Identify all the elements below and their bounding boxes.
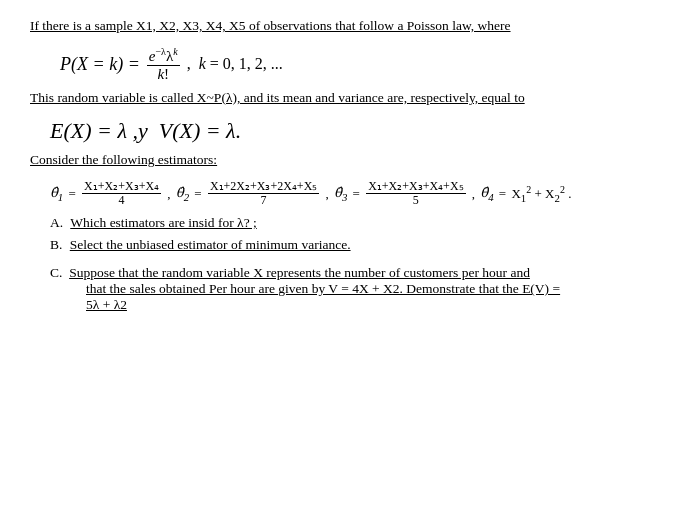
- question-c-line1: Suppose that the random variable X repre…: [69, 265, 530, 280]
- question-c-line2: that the sales obtained Per hour are giv…: [86, 281, 560, 296]
- ev-formula-section: E(X) = λ ,y V(X) = λ.: [50, 118, 670, 144]
- consider-text: Consider the following estimators:: [30, 152, 670, 168]
- poisson-rhs: , k = 0, 1, 2, ...: [187, 55, 283, 73]
- theta3-eq: =: [349, 186, 363, 202]
- poisson-denominator: k!: [155, 66, 171, 83]
- theta2-eq: =: [191, 186, 205, 202]
- question-b: B. Select the unbiased estimator of mini…: [50, 237, 670, 253]
- theta1-comma: ,: [164, 186, 174, 202]
- ev-formula-text: E(X) = λ ,y V(X) = λ.: [50, 118, 241, 144]
- theta4-eq: =: [496, 186, 510, 202]
- question-b-text: Select the unbiased estimator of minimum…: [70, 237, 351, 252]
- questions-section: A. Which estimators are insid for λ? ; B…: [30, 215, 670, 253]
- question-b-label: B.: [50, 237, 62, 252]
- theta3-label: θ̂3: [334, 185, 347, 203]
- question-c-label: C.: [50, 265, 66, 280]
- header-text: If there is a sample X1, X2, X3, X4, X5 …: [30, 18, 670, 34]
- question-c-continuation: that the sales obtained Per hour are giv…: [86, 281, 670, 313]
- theta4-label: θ̂4: [480, 185, 493, 203]
- question-c-line3: 5λ + λ2: [86, 297, 127, 312]
- theta2-label: θ̂2: [176, 185, 189, 203]
- consider-section: Consider the following estimators:: [30, 152, 670, 168]
- theta2-fraction: X₁+2X₂+X₃+2X₄+X₅ 7: [208, 180, 319, 207]
- theta1-label: θ̂1: [50, 185, 63, 203]
- theta1-fraction: X₁+X₂+X₃+X₄ 4: [82, 180, 161, 207]
- question-c-section: C. Suppose that the random variable X re…: [50, 265, 670, 313]
- question-a-text: Which estimators are insid for λ? ;: [70, 215, 257, 230]
- question-list: A. Which estimators are insid for λ? ; B…: [50, 215, 670, 253]
- poisson-numerator: e−λλk: [147, 46, 180, 66]
- poisson-fraction: e−λλk k!: [146, 46, 181, 82]
- theta4-value: X12 + X22 .: [511, 184, 571, 204]
- theta3-comma: ,: [469, 186, 479, 202]
- theta1-eq: =: [65, 186, 79, 202]
- theta3-num: X₁+X₂+X₃+X₄+X₅: [366, 180, 465, 194]
- theta1-num: X₁+X₂+X₃+X₄: [82, 180, 161, 194]
- theta3-fraction: X₁+X₂+X₃+X₄+X₅ 5: [366, 180, 465, 207]
- theta2-den: 7: [259, 194, 269, 207]
- random-var-section: This random variable is called X~P(λ), a…: [30, 90, 670, 106]
- question-a-label: A.: [50, 215, 63, 230]
- header-section: If there is a sample X1, X2, X3, X4, X5 …: [30, 18, 670, 34]
- theta3-den: 5: [411, 194, 421, 207]
- poisson-lhs: P(X = k) =: [60, 54, 140, 75]
- theta1-den: 4: [117, 194, 127, 207]
- poisson-formula-section: P(X = k) = e−λλk k! , k = 0, 1, 2, ...: [60, 46, 670, 82]
- question-a: A. Which estimators are insid for λ? ;: [50, 215, 670, 231]
- random-var-text: This random variable is called X~P(λ), a…: [30, 90, 670, 106]
- estimators-section: θ̂1 = X₁+X₂+X₃+X₄ 4 , θ̂2 = X₁+2X₂+X₃+2X…: [50, 180, 670, 207]
- theta2-num: X₁+2X₂+X₃+2X₄+X₅: [208, 180, 319, 194]
- theta2-comma: ,: [322, 186, 332, 202]
